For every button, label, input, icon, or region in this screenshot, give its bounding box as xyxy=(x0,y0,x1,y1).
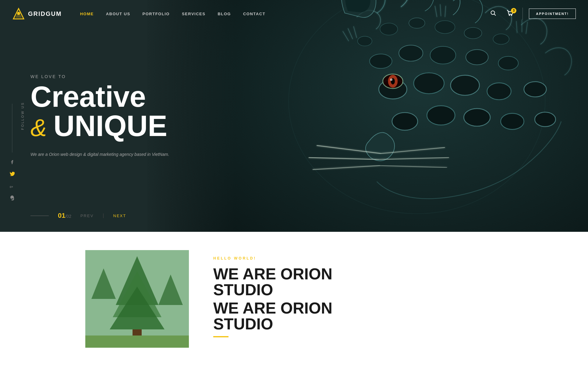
svg-point-7 xyxy=(493,34,509,44)
header-right: 3 APPOINTMENT! xyxy=(489,8,576,20)
below-content: HELLO WORLD! WE ARE ORION STUDIO WE ARE … xyxy=(213,250,396,337)
social-icons-list: g+ xyxy=(10,160,15,201)
slide-total: /02 xyxy=(65,214,71,219)
nav-about[interactable]: ABOUT US xyxy=(106,12,130,16)
svg-point-26 xyxy=(390,78,392,81)
pinterest-icon[interactable] xyxy=(10,196,14,201)
slide-next-button[interactable]: NEXT xyxy=(113,214,126,218)
twitter-icon[interactable] xyxy=(10,172,15,177)
svg-point-38 xyxy=(509,15,510,16)
svg-point-39 xyxy=(511,15,512,16)
slide-navigation: 01/02 PREV | NEXT xyxy=(30,212,126,220)
slide-current: 01 xyxy=(58,212,65,219)
slide-line xyxy=(30,216,49,216)
nav-services[interactable]: SERVICES xyxy=(182,12,206,16)
nav-contact[interactable]: CONTACT xyxy=(243,12,265,16)
orion-title-label: WE ARE ORION STUDIO xyxy=(213,266,396,298)
orion-title-display: WE ARE ORION STUDIO xyxy=(213,299,332,333)
svg-line-37 xyxy=(494,14,496,16)
svg-point-22 xyxy=(535,112,555,127)
svg-point-12 xyxy=(498,56,518,70)
nav-home[interactable]: HOME xyxy=(80,12,94,16)
header-divider xyxy=(522,8,523,20)
svg-point-17 xyxy=(524,82,546,97)
orion-studio-title: WE ARE ORION STUDIO xyxy=(213,266,396,298)
logo-text: GRIDGUM xyxy=(28,10,62,17)
svg-point-14 xyxy=(413,73,444,94)
svg-point-19 xyxy=(427,106,455,125)
appointment-button[interactable]: APPOINTMENT! xyxy=(529,9,576,19)
slide-counter: 01/02 xyxy=(58,212,71,220)
hero-section: GRIDGUM HOME ABOUT US PORTFOLIO SERVICES… xyxy=(0,0,588,232)
search-icon xyxy=(491,10,496,16)
follow-us-label: FOLLOW US xyxy=(21,102,24,130)
google-plus-icon[interactable]: g+ xyxy=(10,184,15,189)
svg-point-20 xyxy=(464,109,490,126)
main-header: GRIDGUM HOME ABOUT US PORTFOLIO SERVICES… xyxy=(0,0,588,27)
svg-point-18 xyxy=(392,113,417,130)
svg-point-2 xyxy=(357,36,372,46)
svg-point-10 xyxy=(430,46,455,64)
sidebar: FOLLOW US g+ xyxy=(0,0,24,232)
hero-title-unique: UNIQUE xyxy=(54,109,167,142)
main-nav: HOME ABOUT US PORTFOLIO SERVICES BLOG CO… xyxy=(80,12,489,16)
nav-portfolio[interactable]: PORTFOLIO xyxy=(143,12,170,16)
svg-point-35 xyxy=(17,12,20,15)
cart-badge: 3 xyxy=(511,8,516,13)
hero-title: Creative & UNIQUE xyxy=(30,82,169,142)
search-button[interactable] xyxy=(489,9,498,19)
orion-title-text: WE ARE ORION STUDIO xyxy=(213,281,396,299)
svg-point-21 xyxy=(501,113,524,130)
hello-world-label: HELLO WORLD! xyxy=(213,256,396,260)
hero-title-and: & xyxy=(30,114,54,141)
svg-point-36 xyxy=(491,11,495,14)
title-underline xyxy=(213,336,228,337)
svg-point-8 xyxy=(370,54,392,68)
logo-link[interactable]: GRIDGUM xyxy=(12,7,62,20)
svg-point-15 xyxy=(450,75,479,95)
svg-point-16 xyxy=(487,83,511,100)
svg-text:g+: g+ xyxy=(10,185,13,188)
svg-point-6 xyxy=(464,27,482,39)
below-section: HELLO WORLD! WE ARE ORION STUDIO WE ARE … xyxy=(0,232,588,366)
hero-sub-heading: WE LOVE TO xyxy=(30,74,169,79)
below-image xyxy=(85,250,189,348)
facebook-icon[interactable] xyxy=(10,160,14,165)
below-image-tree-graphic xyxy=(85,250,189,348)
hero-content: WE LOVE TO Creative & UNIQUE We are a Or… xyxy=(30,74,169,158)
nav-blog[interactable]: BLOG xyxy=(218,12,231,16)
slide-prev-button[interactable]: PREV xyxy=(80,214,94,218)
svg-rect-48 xyxy=(85,336,189,348)
logo-icon xyxy=(12,7,25,20)
hero-description: We are a Orion web design & digital mark… xyxy=(30,151,169,158)
sidebar-vertical-line xyxy=(12,104,12,152)
tree-svg xyxy=(85,250,189,348)
hero-title-creative: Creative xyxy=(30,80,146,113)
slide-separator: | xyxy=(103,213,104,218)
svg-point-9 xyxy=(399,45,423,61)
svg-point-11 xyxy=(466,49,488,65)
cart-button[interactable]: 3 xyxy=(504,9,516,19)
